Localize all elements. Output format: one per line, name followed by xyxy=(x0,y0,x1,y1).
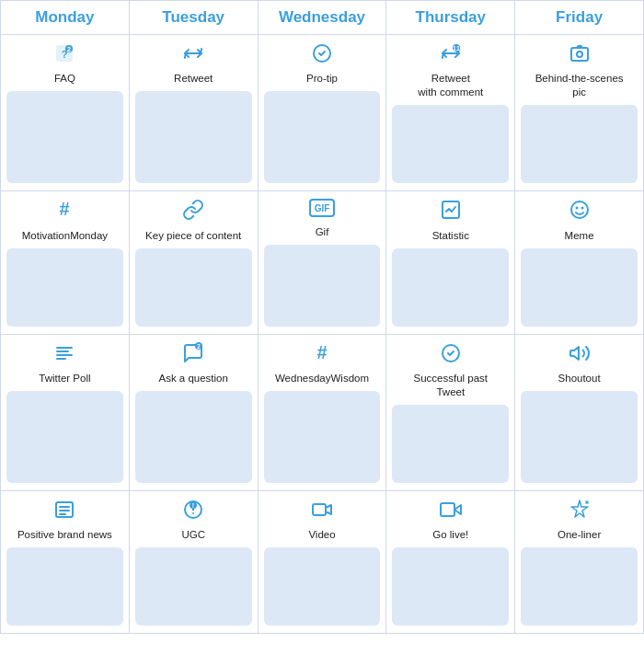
cell-icon xyxy=(182,42,204,70)
cell-row3-col5[interactable]: Shoutout xyxy=(515,335,644,491)
cell-icon: 2 xyxy=(182,342,204,370)
svg-point-30 xyxy=(192,512,194,514)
svg-point-13 xyxy=(571,201,588,218)
cell-label: Key piece of content xyxy=(145,229,241,243)
svg-point-14 xyxy=(575,207,578,210)
cell-row3-col2[interactable]: 2Ask a question xyxy=(130,335,259,491)
cell-row4-col4[interactable]: Go live! xyxy=(386,491,515,634)
cell-row1-col3[interactable]: Pro-tip xyxy=(259,35,387,191)
svg-point-15 xyxy=(581,207,583,210)
cell-row4-col1[interactable]: Positive brand news xyxy=(1,491,130,634)
cell-content-area[interactable] xyxy=(264,547,381,626)
cell-label: Statistic xyxy=(432,229,469,243)
cell-row1-col4[interactable]: 11Retweet with comment xyxy=(386,35,515,191)
cell-content-area[interactable] xyxy=(135,547,252,626)
svg-rect-7 xyxy=(571,48,588,61)
cell-label: FAQ xyxy=(54,72,75,86)
svg-text:!: ! xyxy=(192,502,194,509)
cell-label: Successful past Tweet xyxy=(414,372,489,399)
cell-row4-col5[interactable]: One-liner xyxy=(515,491,644,634)
cell-content-area[interactable] xyxy=(135,248,252,327)
cell-icon xyxy=(569,42,591,70)
cell-icon xyxy=(569,342,591,370)
cell-content-area[interactable] xyxy=(264,391,381,483)
cell-label: Positive brand news xyxy=(17,528,112,542)
svg-rect-33 xyxy=(313,504,326,515)
cell-label: Pro-tip xyxy=(306,72,338,86)
cell-row4-col2[interactable]: !UGC xyxy=(130,491,259,634)
cell-content-area[interactable] xyxy=(521,391,638,483)
cell-icon: 11 xyxy=(440,42,462,70)
cell-content-area[interactable] xyxy=(264,245,381,327)
cell-icon xyxy=(53,342,75,370)
cell-content-area[interactable] xyxy=(392,105,509,183)
cell-content-area[interactable] xyxy=(521,547,638,626)
cell-label: One-liner xyxy=(558,528,601,542)
cell-icon xyxy=(182,199,204,226)
svg-text:GIF: GIF xyxy=(315,203,330,213)
cell-label: Twitter Poll xyxy=(39,372,90,385)
cell-content-area[interactable] xyxy=(392,248,509,327)
cell-content-area[interactable] xyxy=(392,405,509,483)
svg-text:2: 2 xyxy=(197,343,201,350)
cell-row4-col3[interactable]: Video xyxy=(259,491,387,634)
cell-icon xyxy=(569,199,591,226)
cell-icon: GIF xyxy=(309,199,335,223)
cell-icon xyxy=(440,199,462,226)
cell-icon xyxy=(311,499,333,526)
cell-row1-col2[interactable]: Retweet xyxy=(130,35,259,191)
cell-icon: # xyxy=(53,199,75,226)
cell-icon xyxy=(440,499,462,526)
cell-row2-col1[interactable]: #MotivationMonday xyxy=(1,191,130,334)
cell-label: Gif xyxy=(316,225,329,239)
svg-rect-34 xyxy=(441,503,454,516)
cell-label: UGC xyxy=(181,528,205,542)
cell-label: Retweet with comment xyxy=(418,72,483,99)
cell-label: MotivationMonday xyxy=(22,229,108,243)
svg-text:11: 11 xyxy=(453,45,460,52)
cell-label: Meme xyxy=(565,229,594,243)
cell-icon: # xyxy=(311,342,333,370)
header-tuesday: Tuesday xyxy=(130,1,259,35)
cell-icon xyxy=(440,342,462,370)
cell-content-area[interactable] xyxy=(264,91,381,183)
cell-row2-col2[interactable]: Key piece of content xyxy=(130,191,259,334)
cell-label: Ask a question xyxy=(158,372,227,385)
cell-row3-col1[interactable]: Twitter Poll xyxy=(1,335,130,491)
cell-row1-col5[interactable]: Behind-the-scenes pic xyxy=(515,35,644,191)
cell-icon xyxy=(53,499,75,526)
cell-content-area[interactable] xyxy=(6,248,123,327)
cell-content-area[interactable] xyxy=(6,547,123,626)
cell-content-area[interactable] xyxy=(135,391,252,483)
cell-label: Shoutout xyxy=(558,372,601,385)
cell-label: WednesdayWisdom xyxy=(275,372,369,385)
content-calendar: Monday Tuesday Wednesday Thursday Friday… xyxy=(0,0,644,634)
cell-content-area[interactable] xyxy=(6,391,123,483)
cell-label: Go live! xyxy=(432,528,468,542)
cell-row3-col3[interactable]: #WednesdayWisdom xyxy=(259,335,387,491)
svg-text:2: 2 xyxy=(67,45,72,53)
header-friday: Friday xyxy=(515,1,644,35)
cell-content-area[interactable] xyxy=(6,91,123,183)
cell-content-area[interactable] xyxy=(135,91,252,183)
svg-point-8 xyxy=(577,52,582,57)
cell-row2-col5[interactable]: Meme xyxy=(515,191,644,334)
cell-content-area[interactable] xyxy=(521,248,638,327)
cell-content-area[interactable] xyxy=(392,547,509,626)
cell-icon xyxy=(569,499,591,526)
cell-row2-col3[interactable]: GIFGif xyxy=(259,191,387,334)
cell-icon: ?2 xyxy=(53,42,75,70)
header-wednesday: Wednesday xyxy=(259,1,387,35)
cell-row1-col1[interactable]: ?2FAQ xyxy=(1,35,130,191)
header-monday: Monday xyxy=(1,1,130,35)
cell-content-area[interactable] xyxy=(521,105,638,183)
cell-label: Retweet xyxy=(174,72,213,86)
svg-text:#: # xyxy=(60,199,70,219)
cell-icon xyxy=(311,42,333,70)
cell-row2-col4[interactable]: Statistic xyxy=(386,191,515,334)
cell-row3-col4[interactable]: Successful past Tweet xyxy=(386,335,515,491)
cell-label: Behind-the-scenes pic xyxy=(535,72,624,99)
svg-text:#: # xyxy=(316,342,327,362)
cell-icon: ! xyxy=(182,499,204,526)
header-thursday: Thursday xyxy=(386,1,515,35)
